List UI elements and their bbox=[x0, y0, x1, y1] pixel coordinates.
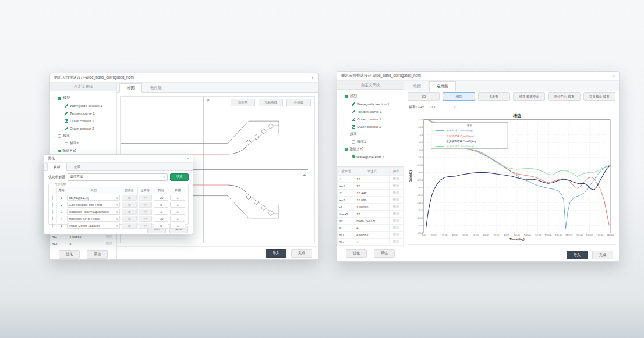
tree-expander-icon[interactable]: - bbox=[339, 133, 343, 136]
goal-weight-field[interactable]: 1 bbox=[170, 209, 185, 215]
tree-expander-icon[interactable]: - bbox=[339, 95, 343, 98]
goal-weight-field[interactable]: 1 bbox=[170, 223, 185, 229]
variable-expression[interactable]: 20 bbox=[355, 183, 390, 190]
fit-view-button[interactable]: 适应图 bbox=[231, 99, 255, 106]
tree-item[interactable]: - 频率 bbox=[339, 130, 402, 138]
goal-weight-field[interactable]: 1 bbox=[170, 202, 185, 208]
variable-expression[interactable]: 3 bbox=[68, 240, 102, 247]
tree-item[interactable]: - 激励方式 bbox=[339, 145, 402, 153]
variable-expression[interactable]: 2.00626 bbox=[355, 204, 390, 211]
tab-draw[interactable]: 绘图 bbox=[119, 83, 142, 93]
variable-delete-button[interactable]: 删除 bbox=[389, 176, 403, 183]
variable-delete-button[interactable]: 删除 bbox=[389, 204, 403, 211]
tab-performance[interactable]: 电性能 bbox=[143, 84, 169, 92]
goal-type-select[interactable]: Gain variation with Theta∨ bbox=[67, 202, 120, 208]
solver-settings-button[interactable]: 设置 bbox=[170, 173, 189, 181]
goal-target-field[interactable]: 0 bbox=[154, 202, 168, 208]
tree-expander-icon[interactable]: - bbox=[52, 150, 56, 153]
tree-item[interactable]: Outer contour 2 bbox=[52, 124, 115, 132]
variable-expression[interactable]: 16.636 bbox=[355, 197, 390, 204]
goal-type-select[interactable]: Phase Centre Location∨ bbox=[67, 223, 120, 229]
toolbar-gain-freq-button[interactable]: 增益-频率变化 bbox=[513, 92, 545, 101]
outer-contour-button[interactable]: 外轮廓 bbox=[286, 99, 311, 106]
close-icon[interactable]: × bbox=[311, 76, 314, 80]
variable-delete-button[interactable]: 删除 bbox=[389, 190, 403, 197]
variable-expression[interactable]: 10 bbox=[355, 176, 390, 183]
dialog-tab-goals[interactable]: 目标 bbox=[47, 163, 67, 171]
evaluate-button[interactable]: 评估 bbox=[87, 250, 108, 259]
tree-item[interactable]: Tangent curve 1 bbox=[339, 108, 402, 115]
toolbar-gain-button[interactable]: 增益 bbox=[443, 92, 475, 101]
tree-item[interactable]: Waveguide section 1 bbox=[52, 102, 115, 109]
solver-select[interactable]: 遗传算法 ∨ bbox=[68, 173, 168, 181]
import-button[interactable]: 导入 bbox=[567, 251, 588, 259]
tree-item[interactable]: - 模型 bbox=[52, 94, 115, 102]
tree-item[interactable]: Tangent curve 1 bbox=[52, 109, 115, 117]
tab-performance[interactable]: 电性能 bbox=[429, 81, 456, 91]
done-button[interactable]: 完成 bbox=[592, 251, 613, 259]
dialog-tab-variables[interactable]: 变量 bbox=[68, 163, 87, 170]
goal-target-field[interactable]: -20 bbox=[154, 195, 168, 201]
dialog-titlebar[interactable]: 优化 × bbox=[44, 155, 193, 163]
toolbar-sparam-button[interactable]: S参数 bbox=[478, 92, 510, 101]
goal-target-field[interactable]: 5 bbox=[154, 223, 168, 229]
tree-item[interactable]: Waveguide Port 1 bbox=[339, 153, 402, 161]
variable-delete-button[interactable]: 删除 bbox=[389, 232, 403, 239]
variable-delete-button[interactable]: 删除 bbox=[389, 218, 403, 225]
variable-delete-button[interactable]: 删除 bbox=[102, 240, 116, 247]
goal-checkbox[interactable] bbox=[52, 195, 53, 200]
variable-expression[interactable]: 15.447 bbox=[355, 190, 390, 197]
goal-checkbox[interactable] bbox=[52, 216, 53, 221]
variable-expression[interactable]: theta1*Pi/180 bbox=[355, 218, 390, 225]
tab-draw[interactable]: 绘图 bbox=[406, 82, 428, 91]
variable-expression[interactable]: 3 bbox=[355, 239, 390, 246]
close-icon[interactable]: × bbox=[612, 74, 615, 79]
import-button[interactable]: 导入 bbox=[266, 249, 286, 258]
svg-text:170.00: 170.00 bbox=[596, 234, 603, 237]
done-button[interactable]: 完成 bbox=[291, 249, 312, 258]
goal-type-select[interactable]: dB(Mag(S1,1))∨ bbox=[67, 195, 120, 201]
variable-expression[interactable]: 4.60663 bbox=[355, 232, 390, 239]
tree-item[interactable]: Outer contour 2 bbox=[339, 123, 402, 130]
tree-item[interactable]: 频率1 bbox=[339, 138, 402, 145]
tree-expander-icon[interactable]: - bbox=[52, 97, 56, 100]
variable-delete-button[interactable]: 删除 bbox=[389, 239, 403, 246]
variable-delete-button[interactable]: 删除 bbox=[389, 211, 403, 218]
variable-expression[interactable]: 38 bbox=[355, 211, 390, 218]
toolbar-3d-button[interactable]: 3D bbox=[408, 92, 440, 101]
goal-type-select[interactable]: Maximum XP to Peaks∨ bbox=[67, 216, 120, 222]
cursor-curve-button[interactable]: 光标曲线 bbox=[259, 99, 283, 106]
goal-target-field[interactable]: -30 bbox=[154, 216, 168, 222]
goal-checkbox[interactable] bbox=[52, 202, 53, 207]
variable-delete-button[interactable]: 删除 bbox=[389, 225, 403, 232]
goal-type-select[interactable]: Radiation Pattern Equalization∨ bbox=[67, 209, 120, 215]
optimize-button[interactable]: 优化 bbox=[59, 250, 80, 259]
tree-item[interactable]: Waveguide section 1 bbox=[339, 100, 402, 108]
goal-target-field[interactable]: 1 bbox=[154, 209, 168, 215]
close-icon[interactable]: × bbox=[186, 156, 189, 161]
tree-item[interactable]: - 模型 bbox=[339, 92, 402, 100]
goal-checkbox[interactable] bbox=[52, 209, 53, 214]
optimize-button[interactable]: 优化 bbox=[346, 249, 367, 258]
frequency-select[interactable]: 10.7 ∨ bbox=[427, 104, 458, 111]
variable-delete-button[interactable]: 删除 bbox=[389, 197, 403, 204]
toolbar-phase-center-button[interactable]: 相位中心-频率 bbox=[548, 92, 580, 101]
goal-weight-field[interactable]: 1 bbox=[170, 195, 185, 201]
variable-delete-button[interactable]: 删除 bbox=[389, 183, 403, 190]
tree-expander-icon[interactable]: - bbox=[52, 134, 56, 138]
tree-item[interactable]: 频率1 bbox=[52, 140, 115, 147]
goal-weight-field[interactable]: 1 bbox=[170, 216, 185, 222]
goal-checkbox[interactable] bbox=[52, 223, 53, 228]
tree-expander-icon[interactable]: - bbox=[339, 148, 343, 151]
gain-chart[interactable]: 增益0.0010.0020.0030.0040.0050.0060.0070.0… bbox=[408, 112, 615, 244]
right-titlebar[interactable]: 喇叭天线快速设计-wide_band_corrugated_horn × bbox=[337, 72, 619, 81]
goal-number: 5 bbox=[57, 222, 66, 229]
left-titlebar[interactable]: 喇叭天线快速设计-wide_band_corrugated_horn × bbox=[50, 73, 318, 83]
tree-item[interactable]: - 频率 bbox=[52, 132, 115, 140]
toolbar-crosspol-button[interactable]: 交叉极化-频率 bbox=[583, 92, 615, 101]
variable-expression[interactable]: 4 bbox=[355, 225, 390, 232]
tree-item[interactable]: Outer contour 1 bbox=[339, 115, 402, 123]
tree-item[interactable]: Outer contour 1 bbox=[52, 117, 115, 124]
evaluate-button[interactable]: 评估 bbox=[374, 249, 395, 258]
tree-item-label: 频率 bbox=[63, 133, 70, 138]
